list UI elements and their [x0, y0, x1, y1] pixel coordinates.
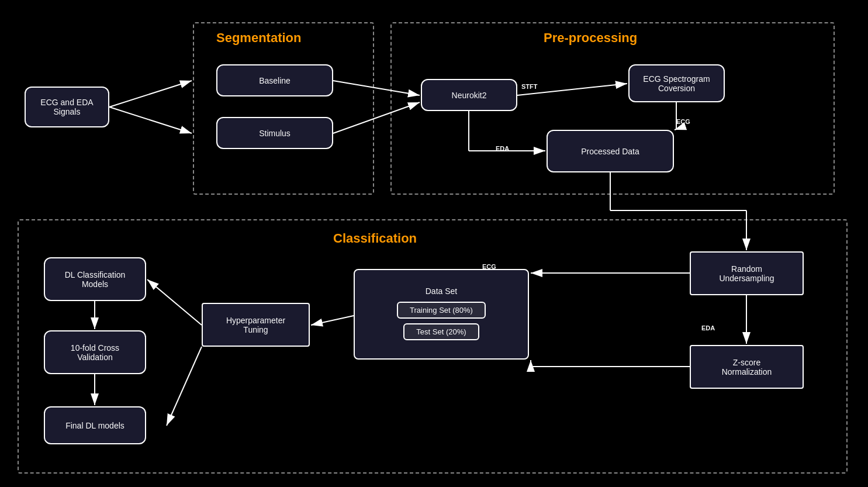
ecg2-label: ECG: [482, 263, 496, 270]
test-set-box: Test Set (20%): [403, 323, 479, 340]
ecg1-label: ECG: [676, 118, 690, 125]
baseline-node: Baseline: [216, 64, 333, 96]
ecg-eda-node: ECG and EDA Signals: [25, 87, 109, 127]
dl-classification-node: DL Classification Models: [44, 257, 146, 301]
segmentation-box: [193, 22, 374, 195]
random-undersampling-node: Random Undersampling: [690, 251, 804, 295]
hyperparameter-node: Hyperparameter Tuning: [202, 303, 310, 347]
final-dl-node: Final DL models: [44, 406, 146, 444]
stft-label: STFT: [521, 83, 538, 90]
eda1-label: EDA: [496, 145, 509, 152]
dataset-title: Data Set: [426, 286, 457, 296]
eda2-label: EDA: [701, 324, 715, 331]
cross-validation-node: 10-fold Cross Validation: [44, 330, 146, 374]
segmentation-title: Segmentation: [216, 30, 301, 46]
neurokit2-node: Neurokit2: [421, 79, 517, 111]
svg-line-2: [109, 81, 192, 107]
dataset-node: Data Set Training Set (80%) Test Set (20…: [354, 269, 529, 360]
preprocessing-title: Pre-processing: [544, 30, 637, 46]
processed-data-node: Processed Data: [547, 130, 674, 172]
z-score-node: Z-score Normalization: [690, 345, 804, 389]
stimulus-node: Stimulus: [216, 117, 333, 149]
training-set-box: Training Set (80%): [397, 302, 486, 319]
classification-title: Classification: [333, 231, 417, 246]
diagram-container: Segmentation Pre-processing Classificati…: [0, 0, 868, 487]
svg-line-3: [109, 107, 192, 133]
ecg-spectrogram-node: ECG Spectrogram Coversion: [628, 64, 725, 102]
